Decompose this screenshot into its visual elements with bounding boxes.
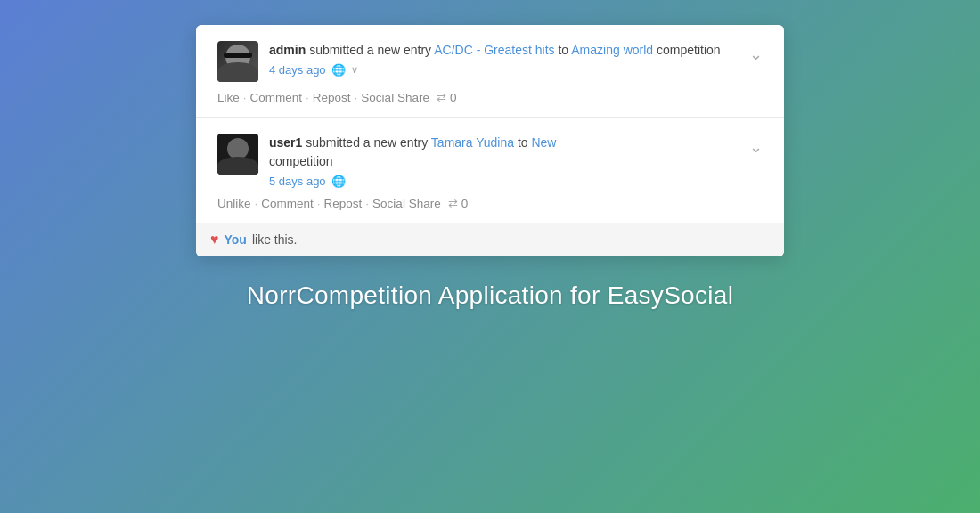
post-meta-2: 5 days ago 🌐 [269, 175, 556, 188]
dot-3: · [355, 91, 358, 104]
expand-icon-2[interactable]: ⌄ [749, 137, 763, 157]
unlike-button-2[interactable]: Unlike [217, 197, 251, 210]
like-button-1[interactable]: Like [217, 91, 240, 104]
post-item-2: user1 submitted a new entry Tamara Yudin… [196, 117, 784, 256]
globe-icon-2: 🌐 [331, 175, 346, 188]
post-connector-1: to [558, 43, 571, 57]
post-competition-suffix-2: competition [269, 154, 333, 168]
chevron-down-icon-1[interactable]: ∨ [351, 64, 358, 76]
social-share-button-1[interactable]: Social Share [361, 91, 429, 104]
post-time-2: 5 days ago [269, 175, 326, 188]
post-competition-link-2[interactable]: New [531, 135, 556, 150]
repost-icon-2: ⇄ [448, 197, 458, 210]
post-item-1: admin submitted a new entry AC/DC - Grea… [196, 25, 784, 117]
repost-icon-1: ⇄ [437, 91, 446, 104]
repost-button-1[interactable]: Repost [313, 91, 351, 104]
post-header-1: admin submitted a new entry AC/DC - Grea… [217, 41, 763, 82]
dot-4: · [255, 197, 258, 210]
dot-5: · [317, 197, 321, 210]
repost-count-1: 0 [450, 91, 457, 104]
avatar-admin [217, 41, 258, 82]
post-competition-link-1[interactable]: Amazing world [571, 43, 653, 57]
avatar-user1 [217, 134, 258, 175]
post-content-2: user1 submitted a new entry Tamara Yudin… [269, 134, 556, 188]
post-time-1: 4 days ago [269, 63, 326, 77]
comment-button-1[interactable]: Comment [250, 91, 303, 104]
dot-2: · [306, 91, 309, 104]
repost-button-2[interactable]: Repost [324, 197, 363, 210]
dot-6: · [365, 197, 369, 210]
post-entry-link-1[interactable]: AC/DC - Greatest hits [434, 43, 554, 57]
post-header-left-2: user1 submitted a new entry Tamara Yudin… [217, 134, 556, 188]
repost-count-2: 0 [461, 197, 469, 210]
post-entry-link-2[interactable]: Tamara Yudina [431, 135, 514, 150]
post-action-1: submitted a new entry [309, 43, 431, 57]
post-header-2: user1 submitted a new entry Tamara Yudin… [217, 134, 763, 188]
post-meta-1: 4 days ago 🌐 ∨ [269, 63, 721, 77]
you-link-2[interactable]: You [225, 232, 247, 247]
post-header-left-1: admin submitted a new entry AC/DC - Grea… [217, 41, 721, 82]
feed-card: admin submitted a new entry AC/DC - Grea… [196, 25, 784, 256]
app-title: NorrCompetition Application for EasySoci… [247, 281, 733, 310]
post-username-2: user1 [269, 135, 302, 150]
post-content-1: admin submitted a new entry AC/DC - Grea… [269, 41, 721, 77]
social-share-button-2[interactable]: Social Share [372, 197, 441, 210]
post-actions-1: Like · Comment · Repost · Social Share ⇄… [217, 82, 763, 117]
like-bar-2: ♥ You like this. [196, 223, 784, 256]
globe-icon-1: 🌐 [331, 63, 346, 77]
post-text-1: admin submitted a new entry AC/DC - Grea… [269, 41, 721, 60]
post-actions-2: Unlike · Comment · Repost · Social Share… [217, 188, 763, 223]
heart-icon-2: ♥ [210, 232, 219, 248]
glasses-detail [224, 53, 252, 58]
post-competition-suffix-1: competition [657, 43, 721, 57]
post-username-1: admin [269, 43, 306, 57]
like-bar-text-2: like this. [252, 232, 298, 247]
post-text-2: user1 submitted a new entry Tamara Yudin… [269, 134, 556, 171]
dot-1: · [243, 91, 247, 104]
expand-icon-1[interactable]: ⌄ [749, 45, 763, 64]
comment-button-2[interactable]: Comment [261, 197, 314, 210]
post-connector-2: to [518, 135, 532, 150]
post-action-2: submitted a new entry [306, 135, 428, 150]
